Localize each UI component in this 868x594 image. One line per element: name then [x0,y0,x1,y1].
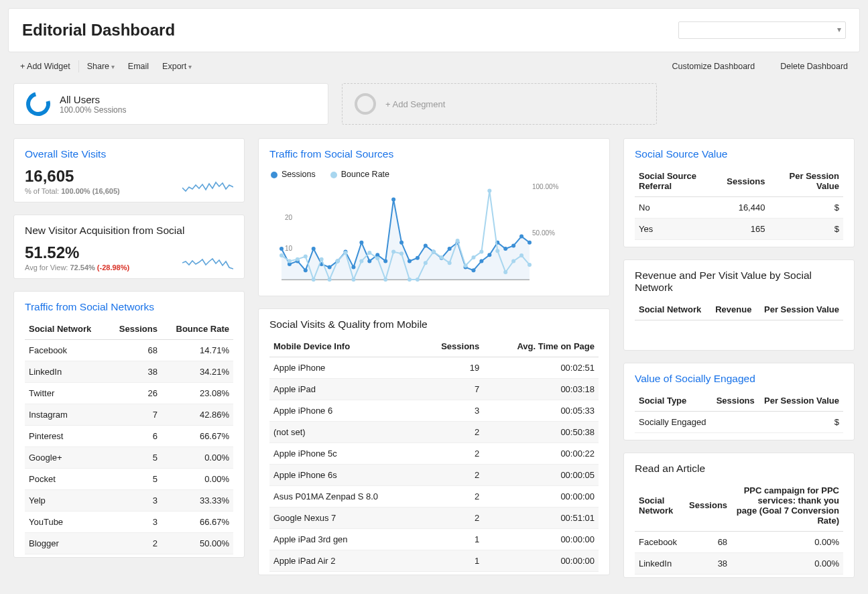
svg-point-38 [288,259,292,263]
widget-title[interactable]: Social Source Value [635,148,843,160]
col-header[interactable]: Per Session Value [759,390,843,412]
table-row[interactable]: Instagram742.86% [25,404,233,426]
segment-all-users[interactable]: All Users 100.00% Sessions [13,83,328,125]
add-widget-button[interactable]: + Add Widget [13,59,77,74]
widget-title: New Visitor Acquisition from Social [25,225,233,237]
table-cell: 00:00:00 [483,486,599,508]
table-row[interactable]: Apple iPad700:03:18 [269,379,599,400]
table-cell: Apple iPad 3rd gen [269,529,421,550]
table-cell: 00:02:51 [483,357,599,379]
share-menu[interactable]: Share [80,59,121,74]
svg-point-30 [479,259,483,263]
table-row[interactable]: Apple iPhone1900:02:51 [269,357,599,379]
table-cell: Facebook [635,531,685,552]
table-row[interactable]: Yelp333.33% [25,490,233,512]
table-row[interactable]: Pocket50.00% [25,469,233,490]
col-header[interactable]: Social Network [635,299,709,320]
table-row[interactable]: No16,440$ [635,197,843,219]
table-cell: LinkedIn [635,552,685,574]
widget-title: Read an Article [635,463,843,475]
table-row[interactable]: Facebook6814.71% [25,340,233,361]
table-cell: 19 [421,357,483,379]
table-cell: 68 [107,340,162,361]
svg-point-55 [424,261,428,265]
table-row[interactable]: LinkedIn380.00% [635,552,843,574]
socially-engaged-value-widget: Value of Socially Engaged Social Type Se… [623,363,855,440]
legend-dot-sessions [271,172,277,178]
table-row[interactable]: Google+50.00% [25,447,233,469]
svg-point-56 [432,250,436,254]
social-mobile-widget: Social Visits & Quality from Mobile Mobi… [258,308,610,575]
table-row[interactable]: Pinterest666.67% [25,426,233,447]
add-segment-button[interactable]: + Add Segment [342,83,657,125]
table-row[interactable]: Blogger250.00% [25,533,233,554]
widget-title[interactable]: Value of Socially Engaged [635,373,843,385]
table-row[interactable]: (not set)200:50:38 [269,422,599,443]
table-cell: No [635,197,723,219]
col-header[interactable]: Sessions [421,336,483,357]
col-header[interactable]: Social Network [635,480,685,532]
svg-point-62 [479,250,483,254]
new-visitor-acquisition-widget: New Visitor Acquisition from Social 51.5… [13,215,245,279]
col-header[interactable]: Sessions [685,480,731,532]
traffic-social-networks-widget: Traffic from Social Networks Social Netw… [13,291,245,558]
table-row[interactable]: Twitter2623.08% [25,383,233,404]
col-header[interactable]: Social Source Referral [635,166,723,197]
col-header[interactable]: Avg. Time on Page [483,336,599,357]
col-header[interactable]: Social Type [635,390,711,412]
table-row[interactable]: LinkedIn3834.21% [25,361,233,383]
mobile-table: Mobile Device Info Sessions Avg. Time on… [269,336,599,572]
svg-point-41 [312,278,316,282]
col-header[interactable]: Sessions [723,166,769,197]
dashboard-select-dropdown[interactable] [678,21,846,39]
col-header[interactable]: Per Session Value [755,299,843,320]
table-row[interactable]: Facebook680.00% [635,531,843,552]
svg-point-47 [359,259,363,263]
add-segment-circle-icon [355,93,376,115]
table-cell: 16,440 [723,197,769,219]
widget-title[interactable]: Traffic from Social Networks [25,301,233,313]
table-row[interactable]: Apple iPad Air 2100:00:00 [269,550,599,572]
table-cell: Apple iPhone 6 [269,400,421,422]
table-row[interactable]: Apple iPhone 6300:05:33 [269,400,599,422]
table-cell: Apple iPhone 5c [269,443,421,465]
table-row[interactable]: Apple iPhone 6s200:00:05 [269,465,599,486]
svg-point-67 [519,253,523,257]
table-cell: 66.67% [162,426,233,447]
table-row[interactable]: Asus P01MA Zenpad S 8.0200:00:00 [269,486,599,508]
svg-point-36 [528,241,532,245]
col-header[interactable]: Sessions [711,390,758,412]
col-header[interactable]: PPC campaign for PPC services: thank you… [731,480,843,532]
email-button[interactable]: Email [121,59,156,74]
table-cell: 33.33% [162,490,233,512]
widget-title[interactable]: Traffic from Social Sources [269,148,599,160]
table-cell: Twitter [25,383,107,404]
svg-point-35 [519,235,523,239]
table-cell: Instagram [25,404,107,426]
revenue-per-visit-widget: Revenue and Per Visit Value by Social Ne… [623,259,855,351]
customize-dashboard-link[interactable]: Customize Dashboard [666,59,762,74]
svg-point-50 [383,278,387,282]
col-header[interactable]: Per Session Value [769,166,843,197]
svg-point-18 [383,259,387,263]
col-header[interactable]: Bounce Rate [162,318,233,340]
table-row[interactable]: Google Nexus 7200:51:01 [269,508,599,529]
table-row[interactable]: YouTube366.67% [25,512,233,533]
table-row[interactable]: Yes165$ [635,219,843,240]
delete-dashboard-link[interactable]: Delete Dashboard [773,59,855,74]
table-cell: 00:51:01 [483,508,599,529]
table-cell: 2 [421,443,483,465]
col-header[interactable]: Sessions [107,318,162,340]
overall-subline: % of Total: 100.00% (16,605) [25,187,120,195]
col-header[interactable]: Revenue [709,299,756,320]
export-menu[interactable]: Export [156,59,198,74]
table-cell: Pinterest [25,426,107,447]
table-row[interactable]: Socially Engaged$ [635,411,843,432]
table-cell: Pocket [25,469,107,490]
toolbar: + Add Widget Share Email Export Customiz… [8,52,860,80]
table-row[interactable]: Apple iPhone 5c200:00:22 [269,443,599,465]
table-row[interactable]: Apple iPad 3rd gen100:00:00 [269,529,599,550]
col-header[interactable]: Social Network [25,318,107,340]
col-header[interactable]: Mobile Device Info [269,336,421,357]
widget-title[interactable]: Overall Site Visits [25,148,233,160]
